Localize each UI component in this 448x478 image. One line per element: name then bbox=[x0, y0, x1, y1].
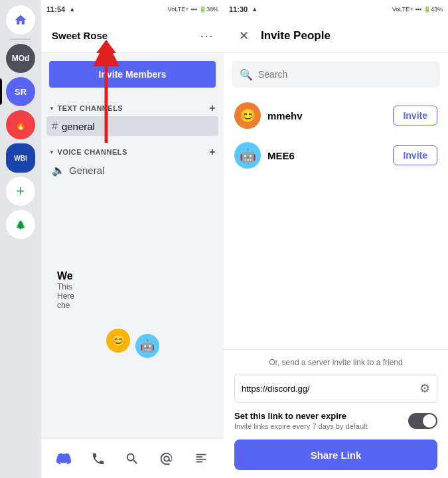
nav-at[interactable] bbox=[155, 447, 179, 471]
hash-icon: # bbox=[52, 120, 58, 132]
welcome-sub1: This bbox=[57, 282, 72, 291]
speaker-icon: 🔈 bbox=[52, 164, 65, 177]
voice-channels-header[interactable]: ▼ VOICE CHANNELS + bbox=[46, 145, 218, 159]
welcome-sub3: che bbox=[57, 301, 70, 310]
add-voice-channel-icon[interactable]: + bbox=[209, 146, 216, 158]
chevron-icon: ▼ bbox=[49, 106, 54, 112]
welcome-sub2: Here bbox=[57, 291, 74, 301]
user-row-mmehv: 😊 mmehv Invite bbox=[232, 96, 440, 135]
sidebar-item-wbi[interactable]: WBI bbox=[6, 143, 35, 173]
close-button[interactable]: ✕ bbox=[234, 27, 253, 45]
discord-icon bbox=[56, 451, 71, 466]
toggle-row: Set this link to never expire Invite lin… bbox=[234, 411, 437, 430]
welcome-area: We This Here che 😊 🤖 bbox=[41, 184, 224, 438]
avatar-mmehv: 😊 bbox=[234, 102, 261, 129]
text-channels-section: ▼ TEXT CHANNELS + # general bbox=[41, 96, 224, 139]
avatar-mee6: 🤖 bbox=[234, 142, 261, 169]
invite-link-input[interactable] bbox=[242, 384, 419, 394]
voice-channel-general[interactable]: 🔈 General bbox=[46, 160, 218, 181]
toggle-switch[interactable] bbox=[408, 413, 437, 429]
text-channels-header[interactable]: ▼ TEXT CHANNELS + bbox=[46, 101, 218, 116]
server-name: Sweet Rose bbox=[52, 30, 200, 41]
voice-channels-section: ▼ VOICE CHANNELS + 🔈 General bbox=[41, 139, 224, 184]
channel-general[interactable]: # general bbox=[46, 116, 218, 136]
sidebar-item-sr[interactable]: SR bbox=[6, 77, 35, 106]
sidebar-item-mod[interactable]: MOd bbox=[6, 44, 35, 73]
link-input-container: ⚙ bbox=[234, 374, 437, 403]
avatar-2: 🤖 bbox=[135, 334, 159, 358]
search-container: 🔍 bbox=[232, 61, 440, 88]
home-icon bbox=[14, 13, 27, 27]
search-input[interactable] bbox=[258, 69, 432, 80]
share-link-button[interactable]: Share Link bbox=[234, 439, 437, 470]
add-text-channel-icon[interactable]: + bbox=[209, 102, 216, 114]
username-mmehv: mmehv bbox=[267, 110, 393, 121]
at-icon bbox=[159, 451, 174, 466]
invite-link-section: Or, send a server invite link to a frien… bbox=[224, 349, 448, 478]
sidebar-item-fire[interactable]: 🔥 bbox=[6, 110, 35, 139]
status-bar-left: 11:54 ▲ VoLTE+ ▪▪▪ 🔋38% bbox=[41, 0, 224, 19]
invite-title: Invite People bbox=[261, 29, 331, 42]
avatar-1: 😊 bbox=[106, 329, 130, 353]
user-row-mee6: 🤖 MEE6 Invite bbox=[232, 135, 440, 175]
chevron-voice-icon: ▼ bbox=[49, 149, 54, 155]
sidebar-item-home[interactable] bbox=[6, 5, 35, 35]
or-text: Or, send a server invite link to a frien… bbox=[234, 358, 437, 367]
nav-search[interactable] bbox=[120, 447, 144, 471]
gear-icon[interactable]: ⚙ bbox=[419, 381, 430, 396]
server-sidebar: MOd SR 🔥 WBI + 🌲 bbox=[0, 0, 41, 478]
nav-discord[interactable] bbox=[52, 447, 76, 471]
toggle-sub-text: Invite links expire every 7 days by defa… bbox=[234, 422, 408, 430]
bottom-nav bbox=[41, 438, 224, 478]
search-nav-icon bbox=[125, 451, 139, 466]
status-bar-right: 11:30 ▲ VoLTE+ ▪▪▪ 🔋43% bbox=[224, 0, 448, 19]
invite-panel: 11:30 ▲ VoLTE+ ▪▪▪ 🔋43% ✕ Invite People … bbox=[224, 0, 448, 478]
welcome-title: We bbox=[57, 270, 73, 282]
username-mee6: MEE6 bbox=[267, 150, 393, 161]
invite-button-mee6[interactable]: Invite bbox=[393, 145, 437, 165]
phone-icon bbox=[91, 451, 106, 466]
more-options-icon[interactable]: ⋯ bbox=[200, 28, 213, 44]
toggle-main-text: Set this link to never expire bbox=[234, 411, 408, 421]
sidebar-divider bbox=[10, 39, 31, 40]
sidebar-item-tree[interactable]: 🌲 bbox=[6, 210, 35, 239]
avatar-stack: 😊 🤖 bbox=[106, 329, 159, 358]
sidebar-item-plus[interactable]: + bbox=[6, 177, 35, 206]
channel-sidebar: 11:54 ▲ VoLTE+ ▪▪▪ 🔋38% Sweet Rose ⋯ Inv… bbox=[41, 0, 224, 478]
nav-phone[interactable] bbox=[86, 447, 110, 471]
invite-button-mmehv[interactable]: Invite bbox=[393, 106, 437, 125]
inbox-icon bbox=[194, 451, 208, 466]
server-header: Sweet Rose ⋯ bbox=[41, 19, 224, 53]
nav-inbox[interactable] bbox=[189, 447, 213, 471]
user-list: 😊 mmehv Invite 🤖 MEE6 Invite bbox=[224, 96, 448, 349]
invite-header: ✕ Invite People bbox=[224, 19, 448, 53]
search-icon: 🔍 bbox=[240, 68, 253, 81]
invite-members-button[interactable]: Invite Members bbox=[49, 61, 216, 88]
